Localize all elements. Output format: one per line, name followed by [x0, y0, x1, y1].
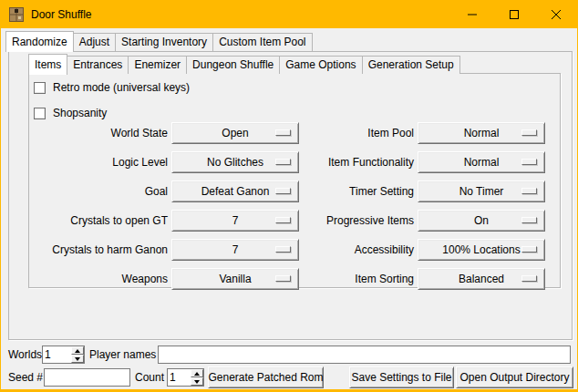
- door-shuffle-window: Door Shuffle Randomize Adjust Starting I…: [0, 0, 578, 392]
- count-spinner[interactable]: [167, 368, 204, 387]
- optionmenu-indicator-icon: [521, 246, 537, 253]
- count-input[interactable]: [168, 369, 191, 386]
- worlds-label: Worlds: [8, 346, 42, 364]
- logic-level-label: Logic Level: [28, 151, 168, 173]
- spin-down-button[interactable]: [191, 377, 203, 386]
- timer-setting-label: Timer Setting: [274, 181, 414, 202]
- crystals-ganon-label: Crystals to harm Ganon: [28, 239, 168, 261]
- item-pool-label: Item Pool: [274, 122, 414, 144]
- door-app-icon: [9, 7, 24, 22]
- retro-mode-label: Retro mode (universal keys): [53, 81, 190, 94]
- world-state-label: World State: [28, 122, 168, 144]
- tab-enemizer[interactable]: Enemizer: [128, 56, 187, 74]
- item-sorting-dropdown[interactable]: Balanced: [418, 268, 545, 290]
- item-sorting-label: Item Sorting: [274, 268, 414, 290]
- tab-adjust[interactable]: Adjust: [73, 33, 116, 51]
- optionmenu-indicator-icon: [521, 217, 537, 223]
- progressive-items-label: Progressive Items: [274, 210, 414, 232]
- open-output-directory-button[interactable]: Open Output Directory: [456, 366, 573, 388]
- close-icon: [552, 10, 561, 19]
- crystals-gt-label: Crystals to open GT: [28, 210, 168, 232]
- optionmenu-indicator-icon: [521, 188, 537, 194]
- accessibility-label: Accessibility: [274, 239, 414, 261]
- tab-generation-setup[interactable]: Generation Setup: [362, 56, 460, 74]
- arrow-down-icon: [75, 357, 80, 361]
- item-pool-dropdown[interactable]: Normal: [418, 122, 545, 144]
- item-functionality-label: Item Functionality: [274, 151, 414, 173]
- retro-mode-checkbox[interactable]: [34, 82, 46, 94]
- arrow-up-icon: [75, 349, 80, 353]
- player-names-input[interactable]: [158, 346, 571, 364]
- progressive-items-dropdown[interactable]: On: [418, 210, 545, 232]
- worlds-input[interactable]: [43, 346, 71, 363]
- tab-randomize[interactable]: Randomize: [5, 31, 74, 52]
- optionmenu-indicator-icon: [521, 159, 537, 165]
- minimize-icon: [468, 10, 477, 19]
- tab-custom-item-pool[interactable]: Custom Item Pool: [212, 33, 312, 51]
- shopsanity-label: Shopsanity: [53, 107, 107, 119]
- retro-mode-row: Retro mode (universal keys): [34, 81, 190, 94]
- arrow-up-icon: [194, 372, 200, 376]
- weapons-label: Weapons: [28, 268, 168, 290]
- player-names-label: Player names: [89, 346, 156, 364]
- spin-down-button[interactable]: [71, 355, 84, 363]
- sub-tab-bar: Items Entrances Enemizer Dungeon Shuffle…: [28, 53, 460, 74]
- minimize-button[interactable]: [451, 1, 493, 28]
- maximize-button[interactable]: [493, 1, 535, 28]
- count-label: Count: [135, 368, 164, 387]
- tab-entrances[interactable]: Entrances: [67, 56, 129, 74]
- optionmenu-indicator-icon: [521, 275, 537, 282]
- timer-setting-dropdown[interactable]: No Timer: [418, 181, 545, 202]
- worlds-spinner[interactable]: [42, 346, 85, 364]
- accessibility-dropdown[interactable]: 100% Locations: [418, 239, 545, 261]
- tab-starting-inventory[interactable]: Starting Inventory: [115, 33, 213, 51]
- tab-items[interactable]: Items: [28, 54, 67, 75]
- tab-game-options[interactable]: Game Options: [279, 56, 362, 74]
- spin-up-button[interactable]: [191, 369, 203, 377]
- tab-dungeon-shuffle[interactable]: Dungeon Shuffle: [186, 56, 280, 74]
- window-title: Door Shuffle: [31, 8, 92, 21]
- item-functionality-dropdown[interactable]: Normal: [418, 151, 545, 173]
- spin-up-button[interactable]: [71, 346, 84, 355]
- seed-input[interactable]: [44, 368, 130, 387]
- seed-label: Seed #: [8, 368, 43, 387]
- arrow-down-icon: [194, 380, 200, 384]
- main-tab-bar: Randomize Adjust Starting Inventory Cust…: [5, 30, 313, 51]
- count-spinner-arrows: [191, 369, 203, 386]
- maximize-icon: [510, 10, 519, 19]
- shopsanity-row: Shopsanity: [34, 107, 107, 119]
- window-controls: [451, 1, 577, 28]
- generate-patched-rom-button[interactable]: Generate Patched Rom: [208, 366, 324, 388]
- shopsanity-checkbox[interactable]: [34, 108, 46, 119]
- goal-label: Goal: [28, 181, 168, 202]
- save-settings-button[interactable]: Save Settings to File: [349, 366, 454, 388]
- worlds-spinner-arrows: [71, 346, 84, 363]
- close-button[interactable]: [535, 1, 577, 28]
- optionmenu-indicator-icon: [521, 129, 537, 136]
- title-bar[interactable]: Door Shuffle: [1, 1, 577, 28]
